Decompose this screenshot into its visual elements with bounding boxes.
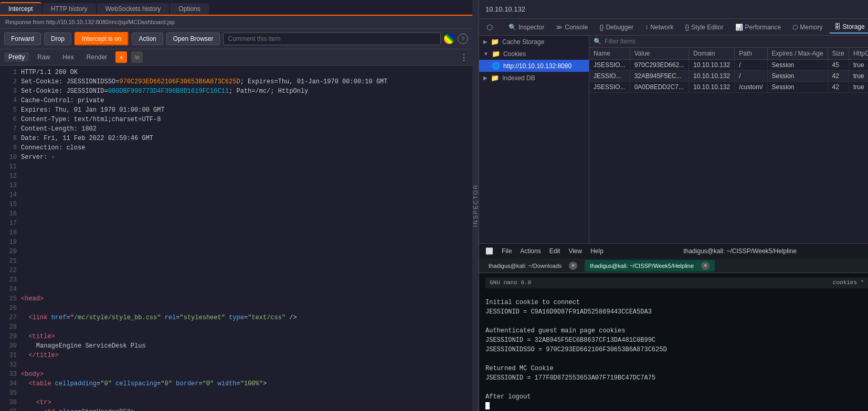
terminal-line: JSESSIONID = 177F0D872553653A07F719BC47D… bbox=[485, 373, 868, 383]
open-browser-button[interactable]: Open Browser bbox=[166, 33, 220, 45]
format-icon-2[interactable]: \n bbox=[131, 51, 143, 63]
code-line: 14 bbox=[0, 190, 472, 200]
performance-icon: 📊 bbox=[735, 24, 743, 31]
format-tab-pretty[interactable]: Pretty bbox=[4, 52, 29, 62]
format-tab-render[interactable]: Render bbox=[82, 52, 111, 62]
table-row[interactable]: JSESSIO... 0A0D8EDD2C7... 10.10.10.132 /… bbox=[589, 82, 868, 93]
cell-path: /custom/ bbox=[735, 82, 767, 93]
cell-path: / bbox=[735, 71, 767, 82]
code-line: 10 Server: - bbox=[0, 153, 472, 162]
table-row[interactable]: JESSIO... 32AB945F5EC... 10.10.10.132 / … bbox=[589, 71, 868, 82]
format-tab-hex[interactable]: Hex bbox=[58, 52, 78, 62]
action-row: Forward Drop Intercept is on Action Open… bbox=[0, 29, 472, 49]
format-tabs: Pretty Raw Hex Render ≡ \n ⋮ bbox=[0, 49, 472, 66]
chevron-right-icon-2: ▶ bbox=[483, 75, 488, 81]
intercept-on-button[interactable]: Intercept is on bbox=[75, 32, 129, 46]
terminal-line: Initial cookie to connect bbox=[485, 298, 868, 307]
folder-open-icon: 📁 bbox=[492, 50, 500, 58]
code-line: 6 Content-Type: text/html;charset=UTF-8 bbox=[0, 115, 472, 124]
tab-inspector[interactable]: 🔍 Inspector bbox=[503, 21, 549, 33]
tab-console[interactable]: ≫ Console bbox=[551, 21, 593, 33]
code-line: 23 bbox=[0, 275, 472, 285]
tree-item-indexed-db[interactable]: ▶ 📁 Indexed DB bbox=[479, 72, 589, 84]
tree-item-cookies-host[interactable]: 🌐 http://10.10.10.132:8080 bbox=[479, 60, 589, 72]
terminal-menu-file[interactable]: File bbox=[502, 247, 512, 255]
forward-button[interactable]: Forward bbox=[4, 33, 41, 45]
cursor-block bbox=[485, 402, 490, 409]
tab-style-editor[interactable]: {} Style Editor bbox=[680, 21, 728, 33]
code-line: 30 ManageEngine ServiceDesk Plus bbox=[0, 341, 472, 351]
terminal-tabs: thadigus@kali: ~/Downloads ✕ thadigus@ka… bbox=[479, 258, 868, 273]
devtools-content: ▶ 📁 Cache Storage ▼ 📁 Cookies 🌐 http://1… bbox=[479, 36, 868, 243]
format-icon-1[interactable]: ≡ bbox=[115, 51, 127, 63]
help-icon[interactable]: ? bbox=[458, 34, 468, 44]
cell-domain: 10.10.10.132 bbox=[689, 60, 735, 71]
terminal-content-area[interactable]: GNU nano 6.0 cookies * Initial cookie to… bbox=[479, 273, 868, 411]
chevron-right-icon: ▶ bbox=[483, 39, 488, 45]
code-line: 33 <body> bbox=[0, 370, 472, 379]
style-editor-icon: {} bbox=[685, 24, 689, 31]
code-line: 28 bbox=[0, 322, 472, 332]
inspector-icon: 🔍 bbox=[509, 24, 516, 31]
console-icon: ≫ bbox=[556, 24, 563, 31]
cell-path: / bbox=[735, 60, 767, 71]
format-tab-raw[interactable]: Raw bbox=[33, 52, 54, 62]
tab-network[interactable]: ↕ Network bbox=[640, 21, 679, 33]
tab-websockets-history[interactable]: WebSockets history bbox=[97, 3, 170, 15]
tab-memory[interactable]: ⬡ Memory bbox=[787, 21, 828, 33]
code-line: 35 bbox=[0, 388, 472, 398]
screenshot-icon: ⬡ bbox=[486, 23, 493, 31]
cookies-panel: 🔍 Name Value Domain Path bbox=[589, 36, 868, 243]
terminal-menu-actions[interactable]: Actions bbox=[520, 247, 541, 255]
terminal-tab-close-icon-2[interactable]: ✕ bbox=[701, 262, 710, 270]
code-line: 27 <link href="/mc/style/style_bb.css" r… bbox=[0, 313, 472, 322]
terminal-line: JESSIONID = C9A16D9D87F91AD525869443CCEA… bbox=[485, 307, 868, 317]
code-line: 9 Connection: close bbox=[0, 143, 472, 153]
code-line: 32 bbox=[0, 360, 472, 370]
code-line: 3 Set-Cookie: JSESSIONID=000DBF998773D4F… bbox=[0, 86, 472, 96]
tab-http-history[interactable]: HTTP history bbox=[43, 3, 96, 15]
action-button[interactable]: Action bbox=[132, 33, 163, 45]
code-line: 1 HTTP/1.1 200 OK bbox=[0, 68, 472, 77]
tab-performance[interactable]: 📊 Performance bbox=[730, 21, 787, 33]
tree-item-cookies[interactable]: ▼ 📁 Cookies bbox=[479, 48, 589, 60]
terminal-line: Authenticated guest main page cookies bbox=[485, 326, 868, 336]
comment-input[interactable] bbox=[223, 33, 441, 45]
filter-icon: 🔍 bbox=[594, 38, 601, 45]
drop-button[interactable]: Drop bbox=[44, 33, 71, 45]
cell-expires: Session bbox=[767, 60, 828, 71]
tab-storage[interactable]: 🗄 Storage bbox=[829, 21, 868, 34]
tree-item-cache-storage[interactable]: ▶ 📁 Cache Storage bbox=[479, 36, 589, 48]
code-line: 4 Cache-Control: private bbox=[0, 96, 472, 105]
code-line: 8 Date: Fri, 11 Feb 2022 02:59:46 GMT bbox=[0, 134, 472, 143]
col-domain: Domain bbox=[689, 48, 735, 60]
cell-expires: Session bbox=[767, 82, 828, 93]
terminal-tab-close-icon[interactable]: ✕ bbox=[569, 262, 577, 270]
code-area[interactable]: 1 HTTP/1.1 200 OK 2 Set-Cookie: JSESSION… bbox=[0, 66, 472, 411]
code-line: 19 bbox=[0, 237, 472, 247]
tab-options[interactable]: Options bbox=[170, 3, 208, 15]
code-line: 18 bbox=[0, 228, 472, 237]
color-picker-icon[interactable] bbox=[444, 34, 454, 44]
terminal-tab-downloads[interactable]: thadigus@kali: ~/Downloads ✕ bbox=[483, 260, 583, 272]
col-value: Value bbox=[630, 48, 689, 60]
tab-intercept[interactable]: Intercept bbox=[0, 2, 41, 15]
terminal-tab-helpline[interactable]: thadigus@kali: ~/CISSP/Week5/Helpline ✕ bbox=[585, 260, 715, 272]
code-line: 34 <table cellpadding="0" cellspacing="0… bbox=[0, 379, 472, 388]
cookies-filter-bar: 🔍 bbox=[589, 36, 868, 48]
terminal-menu-edit[interactable]: Edit bbox=[549, 247, 560, 255]
code-line: 7 Content-Length: 1802 bbox=[0, 124, 472, 134]
more-options-icon[interactable]: ⋮ bbox=[460, 52, 468, 62]
cookies-filter-input[interactable] bbox=[605, 38, 868, 45]
inspector-sidebar: INSPECTOR bbox=[472, 0, 479, 411]
tab-debugger[interactable]: {} Debugger bbox=[594, 21, 639, 33]
terminal-menu-view[interactable]: View bbox=[568, 247, 582, 255]
terminal-menu-help[interactable]: Help bbox=[590, 247, 604, 255]
devtools-screenshot-btn[interactable]: ⬡ bbox=[481, 21, 498, 34]
code-line: 31 </title> bbox=[0, 351, 472, 360]
terminal-expand-icon[interactable]: ⬜ bbox=[485, 247, 493, 255]
memory-icon: ⬡ bbox=[792, 24, 798, 31]
table-row[interactable]: JSESSIO... 970C293ED662... 10.10.10.132 … bbox=[589, 60, 868, 71]
right-panel: 10.10.10.132 ⬡ 🔍 Inspector ≫ Console {} bbox=[479, 0, 868, 411]
terminal-line: JSESSIONID = 32AB945F5EC6B8637CF13DA481C… bbox=[485, 336, 868, 345]
